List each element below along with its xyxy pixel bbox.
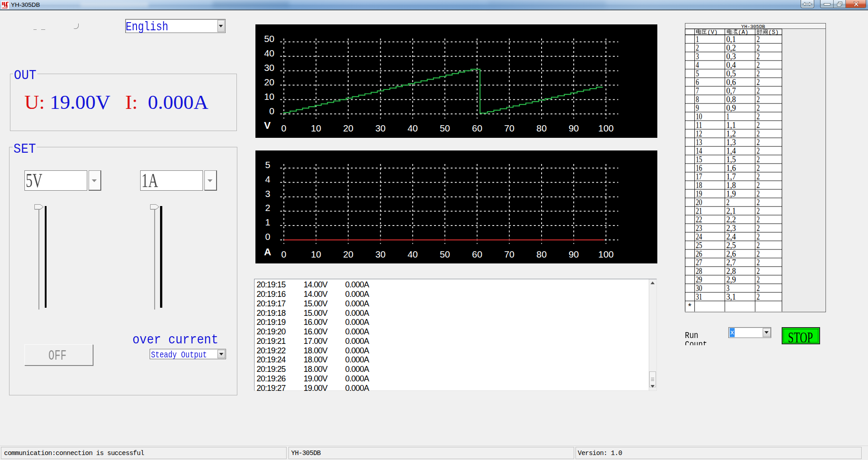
svg-text:23: 23: [696, 223, 702, 233]
svg-text:2: 2: [757, 275, 760, 284]
svg-text:0,1: 0,1: [726, 34, 736, 44]
svg-text:13: 13: [696, 137, 702, 147]
svg-text:5: 5: [696, 69, 699, 78]
svg-text:0,5: 0,5: [726, 69, 736, 78]
svg-text:20: 20: [696, 197, 702, 207]
svg-text:2: 2: [757, 206, 760, 216]
svg-text:2: 2: [757, 266, 760, 276]
svg-text:1,6: 1,6: [726, 163, 736, 173]
svg-text:2: 2: [757, 69, 760, 78]
svg-text:24: 24: [696, 232, 703, 241]
svg-text:7: 7: [696, 86, 699, 95]
svg-text:2: 2: [757, 189, 760, 198]
svg-text:16: 16: [696, 163, 702, 173]
svg-text:1,1: 1,1: [726, 120, 736, 130]
svg-text:2: 2: [757, 137, 760, 147]
svg-text:2,4: 2,4: [726, 232, 736, 241]
svg-text:25: 25: [696, 240, 702, 250]
svg-text:0,4: 0,4: [726, 60, 736, 70]
svg-text:2: 2: [757, 240, 760, 250]
svg-text:2: 2: [757, 60, 760, 70]
svg-text:1: 1: [696, 34, 699, 44]
svg-text:22: 22: [696, 215, 702, 224]
svg-text:1,8: 1,8: [726, 180, 736, 190]
svg-text:2: 2: [757, 292, 760, 301]
svg-text:2: 2: [726, 197, 730, 207]
svg-text:6: 6: [696, 77, 699, 87]
svg-text:2: 2: [757, 180, 760, 190]
svg-text:2,7: 2,7: [726, 258, 736, 267]
svg-text:2: 2: [757, 120, 760, 130]
svg-text:2: 2: [757, 146, 760, 155]
svg-text:2,3: 2,3: [726, 223, 736, 233]
svg-text:2: 2: [757, 77, 760, 87]
svg-text:27: 27: [696, 258, 702, 267]
svg-text:31: 31: [696, 292, 702, 301]
svg-text:10: 10: [696, 112, 702, 121]
svg-text:0,8: 0,8: [726, 94, 736, 104]
svg-text:2: 2: [757, 103, 760, 113]
svg-text:2: 2: [757, 223, 760, 233]
svg-text:2: 2: [757, 197, 760, 207]
svg-text:2,8: 2,8: [726, 266, 736, 276]
svg-text:2: 2: [757, 52, 760, 61]
svg-text:0,7: 0,7: [726, 86, 736, 95]
svg-text:2: 2: [696, 43, 699, 52]
svg-text:26: 26: [696, 249, 702, 258]
svg-text:3: 3: [696, 52, 699, 61]
svg-text:2: 2: [757, 232, 760, 241]
svg-text:1: 1: [726, 112, 730, 121]
svg-text:11: 11: [696, 120, 702, 130]
svg-text:19: 19: [696, 189, 702, 198]
svg-text:0,6: 0,6: [726, 77, 736, 87]
svg-text:2,5: 2,5: [726, 240, 736, 250]
svg-text:2: 2: [757, 129, 760, 138]
svg-text:1,2: 1,2: [726, 129, 736, 138]
svg-text:2,1: 2,1: [726, 206, 736, 216]
svg-text:21: 21: [696, 206, 702, 216]
svg-text:2: 2: [757, 258, 760, 267]
svg-text:2: 2: [757, 172, 760, 181]
svg-text:2: 2: [757, 215, 760, 224]
svg-text:17: 17: [696, 172, 702, 181]
svg-text:2,9: 2,9: [726, 275, 736, 284]
svg-text:15: 15: [696, 155, 702, 164]
svg-text:29: 29: [696, 275, 702, 284]
svg-text:2: 2: [757, 112, 760, 121]
svg-text:14: 14: [696, 146, 703, 155]
svg-text:(A): (A): [738, 29, 749, 36]
svg-text:2: 2: [757, 94, 760, 104]
svg-text:4: 4: [696, 60, 699, 70]
svg-text:(S): (S): [769, 29, 779, 36]
svg-text:2: 2: [757, 249, 760, 258]
svg-text:1,9: 1,9: [726, 189, 736, 198]
svg-text:2,2: 2,2: [726, 215, 736, 224]
svg-text:28: 28: [696, 266, 702, 276]
svg-text:0,9: 0,9: [726, 103, 736, 113]
svg-text:2: 2: [757, 163, 760, 173]
svg-text:2: 2: [757, 34, 760, 44]
svg-text:*: *: [687, 302, 692, 312]
svg-text:9: 9: [696, 103, 699, 113]
svg-text:1,5: 1,5: [726, 155, 736, 164]
svg-text:2,6: 2,6: [726, 249, 736, 258]
svg-text:3: 3: [726, 283, 730, 293]
svg-text:3,1: 3,1: [726, 292, 736, 301]
svg-text:8: 8: [696, 94, 699, 104]
svg-text:1,7: 1,7: [726, 172, 736, 181]
svg-text:2: 2: [757, 86, 760, 95]
svg-text:1,4: 1,4: [726, 146, 736, 155]
svg-text:2: 2: [757, 43, 760, 52]
svg-text:(V): (V): [708, 29, 718, 36]
svg-text:30: 30: [696, 283, 702, 293]
svg-text:1,3: 1,3: [726, 137, 736, 147]
svg-text:18: 18: [696, 180, 702, 190]
svg-text:0,3: 0,3: [726, 52, 736, 61]
svg-text:12: 12: [696, 129, 702, 138]
svg-text:2: 2: [757, 283, 760, 293]
svg-text:2: 2: [757, 155, 760, 164]
svg-text:0,2: 0,2: [726, 43, 736, 52]
